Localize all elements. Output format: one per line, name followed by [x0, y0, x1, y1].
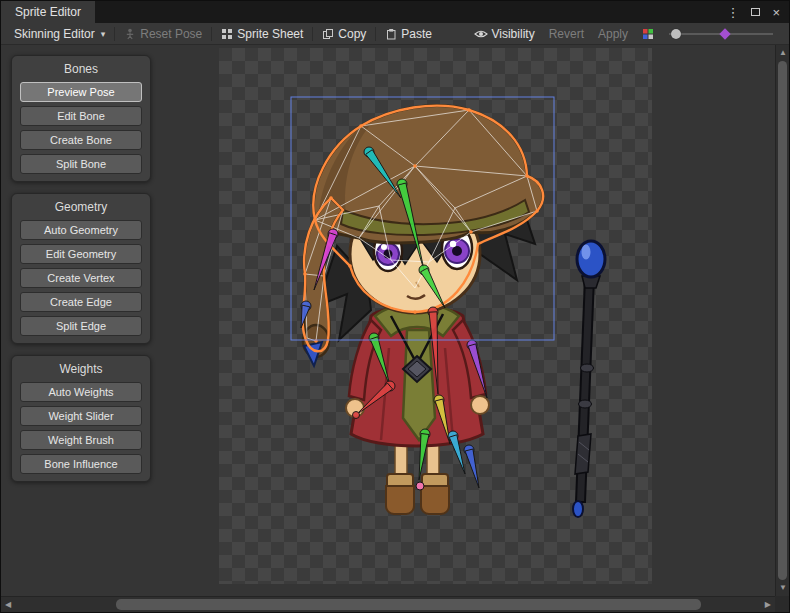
geometry-panel: Geometry Auto Geometry Edit Geometry Cre… — [11, 193, 151, 344]
canvas-area: Bones Preview Pose Edit Bone Create Bone… — [1, 45, 775, 596]
scroll-left-icon[interactable]: ◀ — [5, 601, 11, 609]
reset-pose-button[interactable]: Reset Pose — [117, 23, 209, 44]
sprite-sheet-button[interactable]: Sprite Sheet — [214, 23, 310, 44]
bones-panel-title: Bones — [12, 59, 150, 78]
bone-influence-button[interactable]: Bone Influence — [20, 454, 142, 474]
horizontal-scrollbar[interactable]: ◀ ▶ — [1, 596, 775, 612]
scroll-right-icon[interactable]: ▶ — [765, 601, 771, 609]
bone-torso-3[interactable] — [464, 445, 479, 488]
staff-orb — [577, 241, 605, 277]
color-channels-button[interactable] — [635, 28, 661, 40]
vertical-scrollbar-thumb[interactable] — [778, 61, 787, 580]
staff-sprite — [573, 241, 605, 517]
copy-label: Copy — [338, 27, 366, 41]
zoom-slider[interactable] — [669, 27, 773, 41]
paste-label: Paste — [401, 27, 432, 41]
weight-slider-button[interactable]: Weight Slider — [20, 406, 142, 426]
zoom-slider-handle[interactable] — [671, 29, 681, 39]
copy-button[interactable]: Copy — [315, 23, 373, 44]
preview-pose-button[interactable]: Preview Pose — [20, 82, 142, 102]
staff-gem — [573, 501, 583, 517]
scrollbar-corner — [775, 596, 789, 612]
paste-icon — [385, 28, 397, 40]
revert-label: Revert — [549, 27, 584, 41]
window-controls: ⋮ × — [726, 1, 789, 23]
paste-button[interactable]: Paste — [378, 23, 439, 44]
tab-sprite-editor[interactable]: Sprite Editor — [1, 1, 95, 23]
sprite-sheet-icon — [221, 28, 233, 40]
eye-icon — [474, 28, 488, 40]
toolbar-separator — [312, 27, 313, 41]
chevron-down-icon: ▾ — [101, 29, 106, 39]
mode-label: Skinning Editor — [14, 27, 95, 41]
split-edge-button[interactable]: Split Edge — [20, 316, 142, 336]
maximize-icon[interactable] — [751, 8, 760, 16]
toolbar-separator — [375, 27, 376, 41]
toolbar: Skinning Editor ▾ Reset Pose Sprite Shee… — [1, 23, 789, 45]
toolbar-separator — [211, 27, 212, 41]
apply-label: Apply — [598, 27, 628, 41]
weights-panel: Weights Auto Weights Weight Slider Weigh… — [11, 355, 151, 482]
toolbar-separator — [114, 27, 115, 41]
reset-pose-icon — [124, 28, 136, 40]
vertical-scrollbar[interactable]: ▲ ▼ — [775, 45, 789, 596]
reset-pose-label: Reset Pose — [140, 27, 202, 41]
color-channels-icon — [642, 28, 654, 40]
geometry-panel-title: Geometry — [12, 197, 150, 216]
weights-panel-title: Weights — [12, 359, 150, 378]
sprite-render — [219, 48, 652, 584]
create-vertex-button[interactable]: Create Vertex — [20, 268, 142, 288]
visibility-label: Visibility — [492, 27, 535, 41]
revert-button[interactable]: Revert — [542, 27, 591, 41]
scroll-down-icon[interactable]: ▼ — [779, 584, 787, 592]
sprite-canvas[interactable] — [219, 48, 652, 584]
create-bone-button[interactable]: Create Bone — [20, 130, 142, 150]
zoom-slider-marker — [719, 28, 730, 39]
mode-dropdown[interactable]: Skinning Editor ▾ — [7, 23, 112, 44]
create-edge-button[interactable]: Create Edge — [20, 292, 142, 312]
edit-bone-button[interactable]: Edit Bone — [20, 106, 142, 126]
bones-panel: Bones Preview Pose Edit Bone Create Bone… — [11, 55, 151, 182]
joint-pink[interactable] — [416, 482, 424, 490]
split-bone-button[interactable]: Split Bone — [20, 154, 142, 174]
auto-weights-button[interactable]: Auto Weights — [20, 382, 142, 402]
toolbar-right-group: Visibility Revert Apply — [467, 27, 784, 41]
apply-button[interactable]: Apply — [591, 27, 635, 41]
visibility-button[interactable]: Visibility — [467, 27, 542, 41]
copy-icon — [322, 28, 334, 40]
scroll-up-icon[interactable]: ▲ — [779, 49, 787, 57]
menu-icon[interactable]: ⋮ — [726, 6, 739, 19]
sprite-sheet-label: Sprite Sheet — [237, 27, 303, 41]
sprite-editor-window: Sprite Editor ⋮ × Skinning Editor ▾ Rese… — [0, 0, 790, 613]
auto-geometry-button[interactable]: Auto Geometry — [20, 220, 142, 240]
edit-geometry-button[interactable]: Edit Geometry — [20, 244, 142, 264]
tab-label: Sprite Editor — [15, 5, 81, 19]
close-icon[interactable]: × — [772, 6, 780, 19]
title-bar: Sprite Editor ⋮ × — [1, 1, 789, 23]
weight-brush-button[interactable]: Weight Brush — [20, 430, 142, 450]
horizontal-scrollbar-thumb[interactable] — [116, 599, 701, 610]
